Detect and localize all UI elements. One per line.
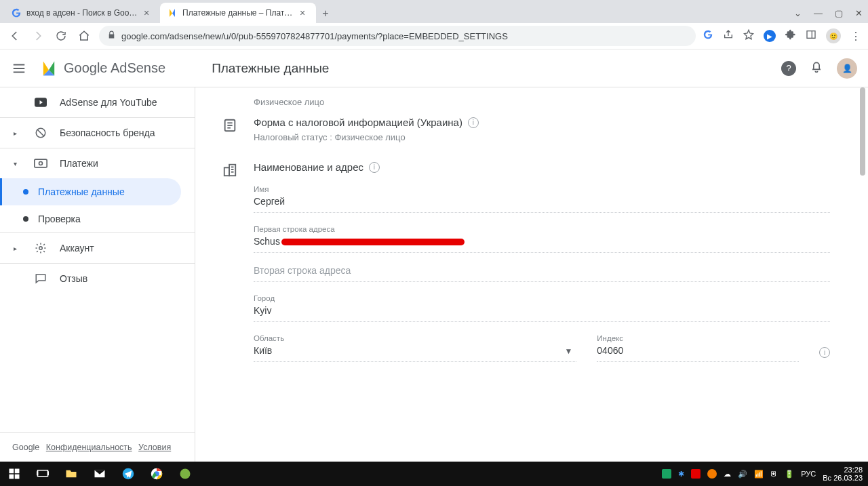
home-button[interactable] xyxy=(76,28,92,44)
sidebar-footer: Google Конфиденциальность Условия xyxy=(0,432,195,462)
mail-icon[interactable] xyxy=(85,462,114,486)
info-icon[interactable]: i xyxy=(819,347,830,358)
sidebar-subitem-payments-info[interactable]: Платежные данные xyxy=(0,178,181,205)
name-address-title: Наименование и адрес xyxy=(254,161,363,173)
task-view-icon[interactable] xyxy=(28,462,57,486)
info-icon[interactable]: i xyxy=(369,162,380,173)
notifications-icon[interactable] xyxy=(810,60,823,77)
account-type-value: Физическое лицо xyxy=(222,97,841,107)
business-icon xyxy=(222,163,239,180)
sidebar-item-youtube[interactable]: AdSense для YouTube xyxy=(0,87,195,117)
bluetooth-icon[interactable]: ✱ xyxy=(678,470,684,479)
browser-tab-active[interactable]: Платежные данные – Платежи × xyxy=(160,3,316,23)
redacted-text xyxy=(281,239,465,245)
maximize-icon[interactable]: ▢ xyxy=(835,8,843,18)
tray-icon[interactable] xyxy=(707,469,717,479)
gear-icon xyxy=(34,242,47,254)
tab-title: Платежные данные – Платежи xyxy=(182,8,295,18)
app-icon[interactable] xyxy=(171,462,199,486)
info-icon[interactable]: i xyxy=(468,117,479,128)
name-field[interactable]: Имя Сергей xyxy=(254,185,830,213)
terms-link[interactable]: Условия xyxy=(138,443,171,452)
bullet-icon xyxy=(23,189,28,195)
privacy-link[interactable]: Конфиденциальность xyxy=(46,443,132,452)
clock[interactable]: 23:28 Вс 26.03.23 xyxy=(823,466,863,482)
close-icon[interactable]: × xyxy=(144,7,153,18)
adsense-logo-icon xyxy=(39,59,58,78)
profile-avatar-icon[interactable]: 🙂 xyxy=(826,28,841,43)
svg-point-27 xyxy=(180,469,191,479)
new-tab-button[interactable]: + xyxy=(316,4,335,23)
kebab-menu-icon[interactable]: ⋮ xyxy=(850,30,861,43)
sidebar-item-payments[interactable]: ▾ Платежи xyxy=(0,148,195,178)
menu-button[interactable] xyxy=(11,60,27,77)
telegram-icon[interactable] xyxy=(114,462,142,486)
star-icon[interactable] xyxy=(743,29,754,43)
scrollbar[interactable] xyxy=(859,87,867,462)
block-icon xyxy=(34,127,47,139)
close-window-icon[interactable]: ✕ xyxy=(855,8,863,18)
adsense-logo[interactable]: Google AdSense xyxy=(39,59,165,78)
sidebar-item-account[interactable]: ▸ Аккаунт xyxy=(0,233,195,263)
volume-icon[interactable]: 🔊 xyxy=(738,470,747,479)
help-icon[interactable]: ? xyxy=(781,61,796,76)
tray-icon[interactable] xyxy=(662,469,671,479)
windows-taskbar: ✱ ☁ 🔊 📶 ⛨ 🔋 РУС 23:28 Вс 26.03.23 xyxy=(0,462,868,486)
google-icon[interactable] xyxy=(703,29,713,43)
address-line1-field[interactable]: Первая строка адреса Schus xyxy=(254,225,830,253)
sidebar: AdSense для YouTube ▸ Безопасность бренд… xyxy=(0,87,195,462)
chrome-icon[interactable] xyxy=(142,462,171,486)
youtube-icon xyxy=(34,98,47,107)
start-button[interactable] xyxy=(0,462,28,486)
browser-tab[interactable]: вход в адсен - Поиск в Google × xyxy=(4,3,160,23)
tray-icon[interactable] xyxy=(691,469,701,479)
account-avatar[interactable]: 👤 xyxy=(837,58,857,79)
share-icon[interactable] xyxy=(723,29,734,43)
product-name: Google AdSense xyxy=(64,60,165,76)
extension-icon[interactable]: ▶ xyxy=(764,30,776,42)
url-text: google.com/adsense/new/u/0/pub-555970782… xyxy=(121,31,508,41)
svg-rect-19 xyxy=(9,474,14,479)
defender-icon[interactable]: ⛨ xyxy=(770,470,778,478)
onedrive-icon[interactable]: ☁ xyxy=(724,470,731,479)
payments-icon xyxy=(34,159,47,168)
tab-title: вход в адсен - Поиск в Google xyxy=(26,8,139,18)
sidebar-toggle-icon[interactable] xyxy=(806,29,816,43)
close-icon[interactable]: × xyxy=(300,7,309,18)
adsense-favicon xyxy=(167,7,178,18)
forward-button[interactable] xyxy=(30,28,46,44)
main-content: Физическое лицо Форма с налоговой информ… xyxy=(195,87,868,462)
chevron-down-icon[interactable]: ⌄ xyxy=(794,8,802,18)
extensions-icon[interactable] xyxy=(785,29,796,43)
collapse-icon: ▾ xyxy=(14,160,22,167)
lock-icon xyxy=(107,31,116,41)
svg-line-4 xyxy=(37,129,45,137)
minimize-icon[interactable]: — xyxy=(814,8,823,18)
zip-field[interactable]: Индекс 04060 xyxy=(597,334,799,362)
address-line2-field[interactable]: Вторая строка адреса xyxy=(254,265,830,282)
city-field[interactable]: Город Kyiv xyxy=(254,294,830,322)
expand-icon: ▸ xyxy=(14,129,22,137)
explorer-icon[interactable] xyxy=(57,462,85,486)
reload-button[interactable] xyxy=(53,28,69,44)
app-header: Google AdSense Платежные данные ? 👤 xyxy=(0,49,868,87)
form-icon xyxy=(222,118,239,136)
section-tax-form: Форма с налоговой информацией (Украина) … xyxy=(222,107,841,152)
browser-chrome: вход в адсен - Поиск в Google × Платежны… xyxy=(0,0,868,49)
language-indicator[interactable]: РУС xyxy=(801,470,816,478)
svg-rect-17 xyxy=(9,469,14,474)
back-button[interactable] xyxy=(7,28,23,44)
battery-icon[interactable]: 🔋 xyxy=(785,470,794,479)
url-input[interactable]: google.com/adsense/new/u/0/pub-555970782… xyxy=(99,26,696,46)
network-icon[interactable]: 📶 xyxy=(754,470,764,479)
svg-rect-18 xyxy=(15,469,20,474)
region-select[interactable]: Область Київ ▼ xyxy=(254,334,576,362)
sidebar-subitem-verification[interactable]: Проверка xyxy=(0,205,181,232)
sidebar-item-brand-safety[interactable]: ▸ Безопасность бренда xyxy=(0,118,195,148)
svg-point-7 xyxy=(39,247,43,250)
svg-rect-23 xyxy=(47,471,49,475)
tab-strip: вход в адсен - Поиск в Google × Платежны… xyxy=(0,0,868,23)
svg-rect-21 xyxy=(38,470,48,477)
sidebar-item-feedback[interactable]: Отзыв xyxy=(0,264,195,293)
page-title: Платежные данные xyxy=(212,61,329,76)
